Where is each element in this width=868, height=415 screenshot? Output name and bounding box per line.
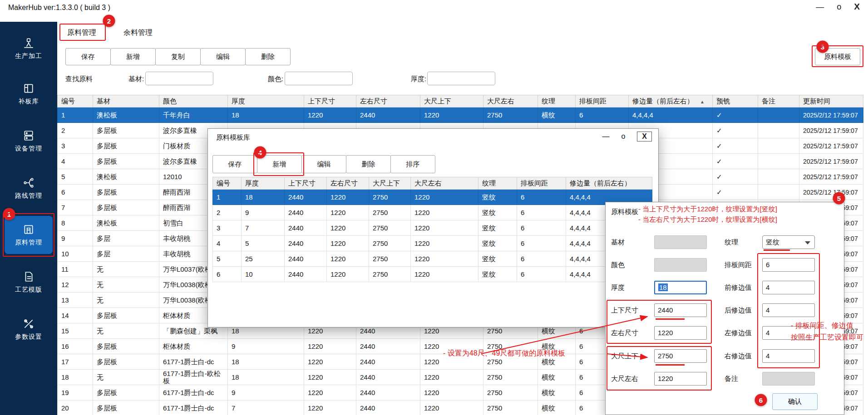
- table-cell: 6: [517, 205, 566, 220]
- sidebar-item-material-management[interactable]: 原料管理: [5, 216, 53, 254]
- table-row[interactable]: 5252440122027501220竖纹64,4,4,4: [213, 251, 652, 267]
- dialog-sort-button[interactable]: 排序: [390, 155, 435, 173]
- table-cell: 2750: [483, 400, 538, 415]
- app-window: MakerHub ver:1.3.3.0 ( build 3 ) — o X 生…: [0, 0, 868, 415]
- column-header[interactable]: 大尺左右: [483, 95, 538, 107]
- column-header[interactable]: 左右尺寸: [327, 177, 369, 190]
- table-cell: 竖纹: [478, 267, 517, 282]
- form-input-big-updown[interactable]: 2750: [654, 349, 707, 363]
- table-row[interactable]: 6102440122027501220竖纹64,4,4,4: [213, 267, 652, 282]
- table-cell: [758, 154, 799, 169]
- column-header[interactable]: 左右尺寸: [356, 95, 420, 107]
- form-input-color[interactable]: [654, 258, 707, 272]
- column-header[interactable]: 大尺上下: [420, 95, 483, 107]
- sidebar-item-device-management[interactable]: 设备管理: [5, 122, 53, 160]
- table-row[interactable]: 292440122027501220竖纹64,4,4,4: [213, 205, 652, 220]
- sidebar-item-route-management[interactable]: 路线管理: [5, 169, 53, 207]
- column-header[interactable]: 修边量（前后左右）▲: [629, 95, 713, 107]
- dialog-edit-button[interactable]: 编辑: [301, 155, 346, 173]
- form-label-right-trim: 右修边值: [725, 352, 752, 361]
- table-cell: 多层板: [93, 200, 159, 215]
- table-row[interactable]: 372440122027501220竖纹64,4,4,4: [213, 220, 652, 236]
- dialog-add-button[interactable]: 新增: [257, 155, 302, 173]
- table-cell: 2440: [356, 354, 420, 370]
- search-label-thickness: 厚度:: [411, 75, 426, 83]
- column-header[interactable]: 排板间距: [517, 177, 566, 190]
- column-header[interactable]: 预铣: [713, 95, 758, 107]
- table-cell: 6: [517, 190, 566, 205]
- material-template-button[interactable]: 原料模板: [815, 48, 860, 65]
- form-input-board-spacing[interactable]: 6: [762, 258, 815, 272]
- form-input-updown-size[interactable]: 2440: [654, 303, 707, 317]
- form-input-left-trim[interactable]: 4: [762, 326, 815, 340]
- search-input-thickness[interactable]: [427, 72, 495, 85]
- search-input-color[interactable]: [285, 72, 353, 85]
- form-input-big-leftright[interactable]: 1220: [654, 372, 707, 386]
- table-row[interactable]: 1澳松板千年舟白181220244012202750横纹64,4,4,4✓202…: [58, 107, 863, 123]
- form-input-leftright-size[interactable]: 1220: [654, 326, 707, 340]
- column-header[interactable]: 纹理: [538, 95, 576, 107]
- form-input-right-trim[interactable]: 4: [762, 349, 815, 363]
- column-header[interactable]: 上下尺寸: [304, 95, 356, 107]
- table-cell: 竖纹: [478, 205, 517, 220]
- column-header[interactable]: 大尺上下: [369, 177, 411, 190]
- form-input-remark[interactable]: [762, 372, 815, 386]
- form-input-front-trim[interactable]: 4: [762, 281, 815, 294]
- dialog-delete-button[interactable]: 删除: [346, 155, 391, 173]
- column-header[interactable]: 编号: [213, 177, 242, 190]
- delete-button[interactable]: 删除: [245, 48, 291, 65]
- copy-button[interactable]: 复制: [155, 48, 201, 65]
- form-input-back-trim[interactable]: 4: [762, 303, 815, 317]
- dialog-maximize-button[interactable]: o: [621, 132, 625, 141]
- add-button[interactable]: 新增: [110, 48, 156, 65]
- sidebar-item-label: 工艺模版: [15, 286, 42, 294]
- form-input-thickness[interactable]: 18: [654, 281, 707, 294]
- column-header[interactable]: 更新时间: [799, 95, 863, 107]
- table-cell: 横纹: [538, 339, 576, 354]
- sidebar-item-parameter-settings[interactable]: 参数设置: [5, 310, 53, 348]
- dialog-minimize-button[interactable]: —: [602, 132, 609, 141]
- dialog-close-button[interactable]: X: [637, 132, 652, 142]
- form-label-leftright-size: 左右尺寸: [611, 329, 638, 337]
- table-cell: 8: [58, 215, 93, 231]
- table-cell: 3: [213, 220, 242, 236]
- table-cell: 2440: [356, 385, 420, 400]
- form-label-left-trim: 左修边值: [725, 329, 752, 337]
- column-header[interactable]: 厚度: [228, 95, 304, 107]
- table-row[interactable]: 452440122027501220竖纹64,4,4,4: [213, 236, 652, 251]
- column-header[interactable]: 上下尺寸: [285, 177, 327, 190]
- edit-button[interactable]: 编辑: [200, 48, 246, 65]
- form-input-texture[interactable]: 竖纹: [762, 235, 815, 249]
- column-header[interactable]: 大尺左右: [411, 177, 478, 190]
- table-row[interactable]: 1182440122027501220竖纹64,4,4,4: [213, 190, 652, 205]
- tab-surplus-management[interactable]: 余料管理: [120, 25, 156, 40]
- column-header[interactable]: 排板间距: [576, 95, 629, 107]
- table-cell: 10: [242, 267, 285, 282]
- table-cell: [758, 107, 799, 123]
- sidebar-item-production[interactable]: 生产加工: [5, 29, 53, 68]
- table-cell: 2025/2/12 17:59:07: [799, 154, 863, 169]
- search-label-color: 颜色:: [268, 75, 283, 83]
- form-input-base-material[interactable]: [654, 235, 707, 249]
- column-header[interactable]: 编号: [58, 95, 93, 107]
- column-header[interactable]: 基材: [93, 95, 159, 107]
- table-cell: 无: [93, 323, 159, 339]
- column-header[interactable]: 纹理: [478, 177, 517, 190]
- search-input-base-material[interactable]: [145, 72, 213, 85]
- minimize-button[interactable]: —: [816, 2, 824, 12]
- column-header[interactable]: 备注: [758, 95, 799, 107]
- confirm-button[interactable]: 确认: [772, 393, 818, 410]
- sidebar-item-process-template[interactable]: 工艺模版: [5, 263, 53, 301]
- table-cell: 多层: [93, 231, 159, 246]
- maximize-button[interactable]: o: [837, 2, 841, 12]
- save-button[interactable]: 保存: [65, 48, 111, 65]
- tab-material-management[interactable]: 原料管理: [64, 25, 100, 40]
- table-cell: 2025/2/12 17:59:07: [799, 123, 863, 138]
- close-button[interactable]: X: [854, 2, 860, 12]
- device-icon: [23, 130, 35, 142]
- column-header[interactable]: 颜色: [159, 95, 228, 107]
- dialog-save-button[interactable]: 保存: [212, 155, 257, 173]
- table-cell: 6177-1爵士白-dc: [159, 385, 228, 400]
- column-header[interactable]: 修边量（前后左右）: [566, 177, 652, 190]
- column-header[interactable]: 厚度: [242, 177, 285, 190]
